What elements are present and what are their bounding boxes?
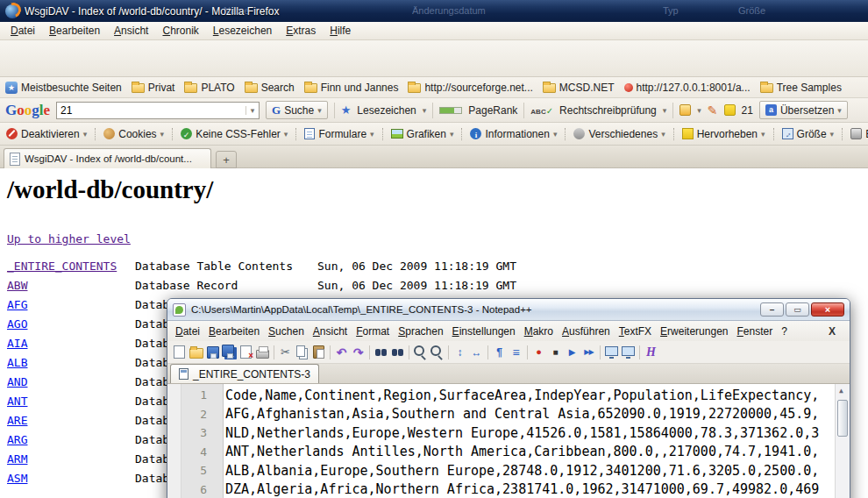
google-bookmarks-label[interactable]: Lesezeichen: [357, 104, 416, 117]
directory-entry-link[interactable]: ARM: [7, 452, 135, 466]
menu-item[interactable]: Makro: [520, 324, 558, 339]
directory-entry-link[interactable]: ABW: [7, 279, 135, 292]
menu-item[interactable]: Erweiterungen: [656, 324, 732, 339]
webdev-item-css-fehler[interactable]: Keine CSS-Fehler: [172, 128, 290, 140]
menu-item[interactable]: TextFX: [615, 324, 656, 339]
find-icon[interactable]: [373, 345, 389, 360]
webdev-item-grafiken[interactable]: Grafiken: [382, 128, 457, 140]
close-file-icon[interactable]: [238, 345, 254, 360]
directory-entry-link[interactable]: AND: [7, 375, 135, 388]
sync-horizontal-icon[interactable]: [468, 345, 485, 360]
menu-item[interactable]: Ausführen: [558, 324, 615, 339]
undo-icon[interactable]: [333, 345, 350, 360]
new-file-icon[interactable]: [171, 345, 188, 360]
scrollbar-thumb[interactable]: [837, 400, 848, 437]
menu-item[interactable]: Extras: [279, 23, 323, 39]
menu-item[interactable]: Fenster: [732, 324, 777, 339]
webdev-item-verschiedenes[interactable]: Verschiedenes: [565, 128, 667, 140]
bookmark-sourceforge[interactable]: http://sourceforge.net...: [408, 82, 532, 94]
vertical-scrollbar[interactable]: [835, 384, 850, 498]
bookmark-meistbesuchte-seiten[interactable]: Meistbesuchte Seiten: [5, 82, 122, 94]
directory-entry-link[interactable]: AGO: [7, 317, 135, 331]
webdev-item-deaktivieren[interactable]: Deaktivieren: [4, 128, 89, 140]
google-search-button[interactable]: G Suche: [266, 101, 328, 119]
replace-icon[interactable]: [389, 345, 406, 360]
menu-item[interactable]: Einstellungen: [448, 324, 520, 339]
pagerank-label[interactable]: PageRank: [468, 104, 517, 117]
bookmark-star-icon[interactable]: [341, 103, 352, 117]
menu-item[interactable]: Sprachen: [394, 324, 447, 339]
record-macro-icon[interactable]: [530, 345, 547, 360]
chevron-down-icon[interactable]: [697, 106, 701, 115]
directory-entry-link[interactable]: AIA: [7, 337, 135, 350]
directory-entry-link[interactable]: ANT: [7, 395, 135, 408]
redo-icon[interactable]: [350, 345, 366, 360]
menu-item[interactable]: Hilfe: [323, 23, 358, 39]
indent-guide-icon[interactable]: [508, 345, 524, 360]
save-icon[interactable]: [204, 345, 221, 360]
stop-macro-icon[interactable]: [547, 345, 564, 360]
post-it-icon[interactable]: [620, 345, 637, 360]
print-icon[interactable]: [254, 345, 271, 360]
sync-vertical-icon[interactable]: [452, 345, 468, 360]
menu-item[interactable]: Bearbeiten: [42, 23, 107, 39]
close-button[interactable]: [811, 302, 844, 317]
bookmark-localhost-8001[interactable]: http://127.0.0.1:8001/a...: [624, 82, 751, 94]
fullscreen-icon[interactable]: [603, 345, 620, 360]
notepad-titlebar[interactable]: C:\Users\Martin\AppData\Local\Temp\_ENTI…: [167, 299, 850, 321]
bookmark-tree-samples[interactable]: Tree Samples: [760, 82, 842, 94]
spellcheck-label[interactable]: Rechtschreibprüfung: [559, 104, 657, 117]
save-all-icon[interactable]: [221, 345, 238, 360]
search-history-chevron-icon[interactable]: [245, 106, 259, 115]
zoom-out-icon[interactable]: [429, 345, 445, 360]
bookmark-finn-und-jannes[interactable]: Finn und Jannes: [304, 82, 399, 94]
directory-entry-link[interactable]: AFG: [7, 298, 135, 311]
bookmark-plato[interactable]: PLATO: [184, 82, 234, 94]
document-tab[interactable]: _ENTIRE_CONTENTS-3: [170, 364, 319, 383]
menu-item[interactable]: Lesezeichen: [206, 23, 279, 39]
firefox-titlebar[interactable]: WsgiDAV - Index of /world-db/country/ - …: [0, 0, 868, 22]
cut-icon[interactable]: [277, 345, 294, 360]
minimize-button[interactable]: [760, 302, 784, 317]
webdev-item-formulare[interactable]: Formulare: [295, 128, 376, 140]
directory-entry-link[interactable]: ARG: [7, 433, 135, 446]
webdev-item-informationen[interactable]: Informationen: [461, 128, 559, 140]
highlighter-icon[interactable]: [724, 104, 736, 116]
maximize-button[interactable]: [786, 302, 809, 317]
menu-item[interactable]: Datei: [171, 324, 204, 339]
directory-entry-link[interactable]: ASM: [7, 472, 135, 485]
menu-item[interactable]: Bearbeiten: [204, 324, 264, 339]
chevron-down-icon[interactable]: [663, 106, 667, 115]
new-tab-button[interactable]: +: [216, 151, 237, 168]
menu-item[interactable]: Suchen: [264, 324, 309, 339]
menu-item[interactable]: Datei: [4, 23, 42, 39]
textfx-icon[interactable]: [643, 345, 659, 360]
menu-item[interactable]: ?: [777, 324, 792, 339]
directory-entry-link[interactable]: ARE: [7, 414, 135, 427]
run-macro-multiple-icon[interactable]: [580, 345, 597, 360]
show-symbols-icon[interactable]: [491, 345, 508, 360]
directory-entry-link[interactable]: ALB: [7, 356, 135, 369]
up-to-higher-level-link[interactable]: Up to higher level: [7, 232, 131, 245]
menu-item[interactable]: Ansicht: [107, 23, 155, 39]
bookmark-privat[interactable]: Privat: [132, 82, 175, 94]
copy-icon[interactable]: [294, 345, 310, 360]
spellcheck-abc-icon[interactable]: [530, 104, 553, 117]
menu-item[interactable]: Format: [352, 324, 394, 339]
directory-entry-link[interactable]: _ENTIRE_CONTENTS: [7, 260, 135, 273]
menu-item[interactable]: Ansicht: [309, 324, 352, 339]
bookmark-search[interactable]: Search: [245, 82, 295, 94]
google-search-input[interactable]: [57, 104, 245, 117]
editor-area[interactable]: 1 Code,Name,Continent,Region,SurfaceArea…: [167, 384, 850, 498]
translate-button[interactable]: Übersetzen: [759, 101, 848, 119]
tab-wsgidav-index[interactable]: WsgiDAV - Index of /world-db/count...: [4, 148, 211, 168]
autofill-icon[interactable]: [679, 104, 691, 116]
webdev-item-cookies[interactable]: Cookies: [95, 128, 167, 140]
paste-icon[interactable]: [310, 345, 327, 360]
zoom-in-icon[interactable]: [412, 345, 429, 360]
open-folder-icon[interactable]: [188, 345, 204, 360]
pencil-icon[interactable]: [708, 103, 718, 117]
webdev-item-groesse[interactable]: Größe: [773, 128, 837, 140]
bookmark-mcsd-net[interactable]: MCSD.NET: [543, 82, 615, 94]
webdev-item-hervorheben[interactable]: Hervorheben: [673, 128, 768, 140]
